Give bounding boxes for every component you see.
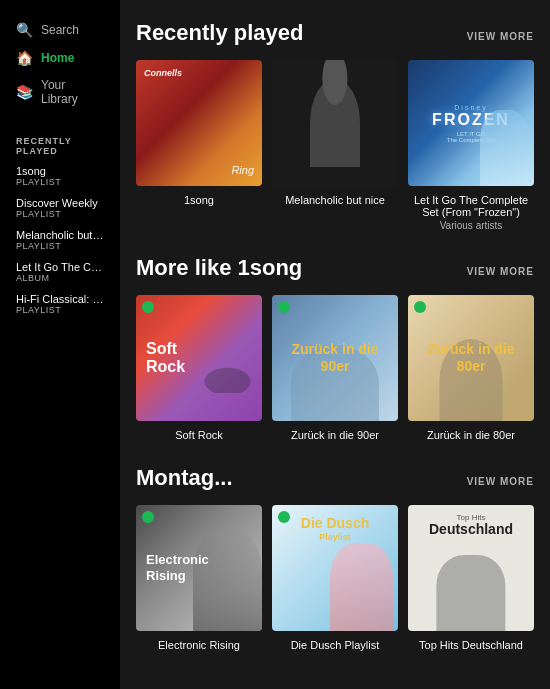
card-art-deutschland: Top Hits Deutschland bbox=[408, 505, 534, 631]
art-electronic-text: ElectronicRising bbox=[146, 552, 209, 583]
card-electronic[interactable]: ElectronicRising Electronic Rising bbox=[136, 505, 262, 651]
art-zuruck80-text: Zurück in die80er bbox=[427, 341, 514, 375]
sidebar-item-subtitle-4: PLAYLIST bbox=[16, 305, 104, 315]
sidebar-item-search[interactable]: 🔍 Search bbox=[12, 16, 108, 44]
sidebar-item-subtitle-0: PLAYLIST bbox=[16, 177, 104, 187]
card-art-melancholic bbox=[272, 60, 398, 186]
card-image-zuruck80: Zurück in die80er bbox=[408, 295, 534, 421]
search-icon: 🔍 bbox=[16, 22, 33, 38]
spotify-logo-electronic bbox=[142, 511, 154, 523]
card-title-softrock: Soft Rock bbox=[136, 429, 262, 441]
library-icon: 📚 bbox=[16, 84, 33, 100]
sidebar-item-title-2: Melancholic but nice bbox=[16, 229, 104, 241]
section-title-montag: Montag... bbox=[136, 465, 233, 491]
card-image-melancholic bbox=[272, 60, 398, 186]
card-frozen[interactable]: FROZEN LET IT GOThe Complete Set Let It … bbox=[408, 60, 534, 231]
art-dusch-figure bbox=[330, 543, 393, 631]
sidebar-item-subtitle-1: PLAYLIST bbox=[16, 209, 104, 219]
spotify-logo-zuruck80 bbox=[414, 301, 426, 313]
art-zuruck90-bg: Zurück in die90er bbox=[272, 295, 398, 421]
card-zuruck90[interactable]: Zurück in die90er Zurück in die 90er bbox=[272, 295, 398, 441]
card-dusch[interactable]: Die Dusch Playlist Die Dusch Playlist bbox=[272, 505, 398, 651]
card-zuruck80[interactable]: Zurück in die80er Zurück in die 80er bbox=[408, 295, 534, 441]
card-title-frozen: Let It Go The Complete Set (From "Frozen… bbox=[408, 194, 534, 218]
art-deutschland-title: Deutschland bbox=[429, 522, 513, 537]
card-subtitle-frozen: Various artists bbox=[408, 220, 534, 231]
cards-grid-recently-played: 1song Melancholic but nice bbox=[136, 60, 534, 231]
sidebar: 🔍 Search 🏠 Home 📚 Your Library RECENTLY … bbox=[0, 0, 120, 689]
card-title-zuruck90: Zurück in die 90er bbox=[272, 429, 398, 441]
card-art-zuruck80: Zurück in die80er bbox=[408, 295, 534, 421]
section-header-montag: Montag... VIEW MORE bbox=[136, 465, 534, 491]
card-art-zuruck90: Zurück in die90er bbox=[272, 295, 398, 421]
card-title-dusch: Die Dusch Playlist bbox=[272, 639, 398, 651]
sidebar-library-label: Your Library bbox=[41, 78, 104, 106]
section-title-recently-played: Recently played bbox=[136, 20, 304, 46]
sidebar-recently-played-item-1[interactable]: Discover Weekly PLAYLIST bbox=[0, 192, 120, 224]
card-image-1song bbox=[136, 60, 262, 186]
main-content: Recently played VIEW MORE 1song bbox=[120, 0, 550, 689]
art-1song-bg bbox=[136, 60, 262, 186]
section-header-recently-played: Recently played VIEW MORE bbox=[136, 20, 534, 46]
sidebar-item-title-3: Let It Go The Comp... bbox=[16, 261, 104, 273]
art-softrock-bg: SoftRock bbox=[136, 295, 262, 421]
sidebar-item-subtitle-2: PLAYLIST bbox=[16, 241, 104, 251]
cards-grid-more-like: SoftRock Soft Rock Zurück in die90er bbox=[136, 295, 534, 441]
cards-grid-montag: ElectronicRising Electronic Rising Die D… bbox=[136, 505, 534, 651]
view-more-montag[interactable]: VIEW MORE bbox=[467, 476, 534, 487]
card-art-1song bbox=[136, 60, 262, 186]
spotify-logo-dusch bbox=[278, 511, 290, 523]
sidebar-item-subtitle-3: ALBUM bbox=[16, 273, 104, 283]
spotify-logo-zuruck90 bbox=[278, 301, 290, 313]
section-title-more-like: More like 1song bbox=[136, 255, 302, 281]
view-more-more-like[interactable]: VIEW MORE bbox=[467, 266, 534, 277]
art-frozen-bg: FROZEN LET IT GOThe Complete Set bbox=[408, 60, 534, 186]
card-title-zuruck80: Zurück in die 80er bbox=[408, 429, 534, 441]
sidebar-search-label: Search bbox=[41, 23, 79, 37]
art-dusch-text: Die Dusch bbox=[301, 515, 369, 532]
art-deutschland-person bbox=[436, 555, 505, 631]
sidebar-recently-played-item-0[interactable]: 1song PLAYLIST bbox=[0, 160, 120, 192]
card-title-electronic: Electronic Rising bbox=[136, 639, 262, 651]
art-frozen-elsa bbox=[480, 110, 530, 186]
card-image-softrock: SoftRock bbox=[136, 295, 262, 421]
art-zuruck90-text: Zurück in die90er bbox=[291, 341, 378, 375]
sidebar-recently-played-item-2[interactable]: Melancholic but nice PLAYLIST bbox=[0, 224, 120, 256]
sidebar-nav: 🔍 Search 🏠 Home 📚 Your Library bbox=[0, 16, 120, 112]
card-image-frozen: FROZEN LET IT GOThe Complete Set bbox=[408, 60, 534, 186]
sidebar-item-home[interactable]: 🏠 Home bbox=[12, 44, 108, 72]
card-melancholic[interactable]: Melancholic but nice bbox=[272, 60, 398, 231]
art-dusch-bg: Die Dusch Playlist bbox=[272, 505, 398, 631]
card-image-zuruck90: Zurück in die90er bbox=[272, 295, 398, 421]
sidebar-recently-played-item-3[interactable]: Let It Go The Comp... ALBUM bbox=[0, 256, 120, 288]
card-title-deutschland: Top Hits Deutschland bbox=[408, 639, 534, 651]
spotify-logo-softrock bbox=[142, 301, 154, 313]
section-more-like: More like 1song VIEW MORE SoftRock Soft … bbox=[136, 255, 534, 441]
card-art-electronic: ElectronicRising bbox=[136, 505, 262, 631]
art-deutschland-bg: Top Hits Deutschland bbox=[408, 505, 534, 631]
card-1song[interactable]: 1song bbox=[136, 60, 262, 231]
sidebar-home-label: Home bbox=[41, 51, 74, 65]
art-melancholic-bg bbox=[272, 60, 398, 186]
card-image-electronic: ElectronicRising bbox=[136, 505, 262, 631]
sidebar-item-title-4: Hi-Fi Classical: Dar... bbox=[16, 293, 104, 305]
card-image-dusch: Die Dusch Playlist bbox=[272, 505, 398, 631]
art-melancholic-figure bbox=[310, 79, 360, 167]
art-zuruck80-bg: Zurück in die80er bbox=[408, 295, 534, 421]
section-montag: Montag... VIEW MORE ElectronicRising Ele… bbox=[136, 465, 534, 651]
card-title-melancholic: Melancholic but nice bbox=[272, 194, 398, 206]
sidebar-recently-played-item-4[interactable]: Hi-Fi Classical: Dar... PLAYLIST bbox=[0, 288, 120, 320]
card-art-softrock: SoftRock bbox=[136, 295, 262, 421]
sidebar-item-title-1: Discover Weekly bbox=[16, 197, 104, 209]
view-more-recently-played[interactable]: VIEW MORE bbox=[467, 31, 534, 42]
art-electronic-bg: ElectronicRising bbox=[136, 505, 262, 631]
card-art-dusch: Die Dusch Playlist bbox=[272, 505, 398, 631]
card-deutschland[interactable]: Top Hits Deutschland Top Hits Deutschlan… bbox=[408, 505, 534, 651]
sidebar-item-title-0: 1song bbox=[16, 165, 104, 177]
sidebar-item-library[interactable]: 📚 Your Library bbox=[12, 72, 108, 112]
card-softrock[interactable]: SoftRock Soft Rock bbox=[136, 295, 262, 441]
home-icon: 🏠 bbox=[16, 50, 33, 66]
card-title-1song: 1song bbox=[136, 194, 262, 206]
section-recently-played: Recently played VIEW MORE 1song bbox=[136, 20, 534, 231]
recently-played-section-label: RECENTLY PLAYED bbox=[0, 128, 120, 160]
